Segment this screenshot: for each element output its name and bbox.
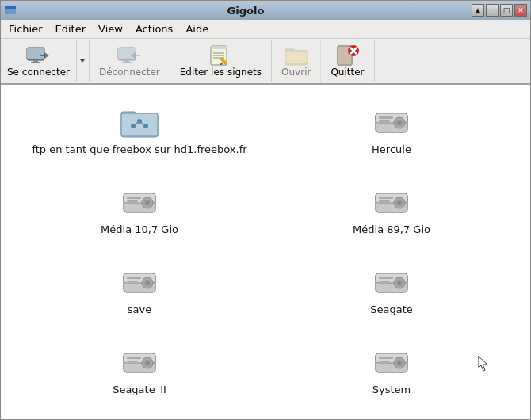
list-item[interactable]: Seagate — [266, 258, 518, 325]
svg-rect-42 — [379, 120, 390, 122]
list-item[interactable]: Seagate_II — [13, 338, 266, 405]
svg-rect-76 — [127, 357, 141, 359]
drive-svg — [372, 107, 411, 139]
list-item[interactable]: save — [13, 258, 266, 325]
svg-rect-49 — [127, 200, 138, 202]
svg-rect-9 — [118, 48, 136, 59]
svg-rect-30 — [121, 113, 158, 136]
drive-svg — [372, 347, 411, 379]
disconnect-label: Déconnecter — [99, 67, 160, 78]
svg-rect-70 — [379, 281, 390, 282]
svg-point-68 — [399, 282, 401, 284]
list-item[interactable]: Média 89,7 Gio — [266, 178, 518, 245]
svg-rect-63 — [127, 281, 138, 282]
svg-point-54 — [399, 202, 401, 204]
item-label: Seagate — [370, 304, 413, 315]
open-icon — [284, 44, 309, 67]
items-grid: ftp en tant que freebox sur hd1.freebox.… — [13, 97, 518, 405]
bookmarks-button[interactable]: Editer les signets — [170, 40, 272, 82]
menubar: Fichier Editer View Actions Aide — [1, 20, 530, 39]
quit-label: Quitter — [330, 67, 364, 78]
maximize-button[interactable]: □ — [500, 4, 513, 17]
svg-point-47 — [147, 202, 149, 204]
menu-actions[interactable]: Actions — [129, 21, 180, 36]
scroll-up-button[interactable]: ▲ — [472, 4, 484, 17]
drive-svg — [372, 187, 411, 219]
svg-rect-55 — [379, 197, 393, 199]
disconnect-icon — [117, 44, 142, 67]
svg-rect-62 — [127, 277, 141, 279]
chevron-down-icon — [78, 57, 86, 65]
svg-rect-84 — [379, 361, 390, 362]
bookmarks-label: Editer les signets — [180, 67, 262, 78]
menu-aide[interactable]: Aide — [179, 21, 215, 36]
drive-svg — [120, 347, 159, 379]
svg-rect-11 — [122, 62, 132, 63]
item-label: save — [128, 304, 151, 315]
svg-rect-48 — [127, 197, 141, 199]
toolbar: Se connecter Déconnecter — [1, 39, 530, 85]
open-button[interactable]: Ouvrir — [272, 40, 321, 82]
svg-marker-7 — [80, 59, 85, 63]
svg-rect-77 — [127, 361, 138, 362]
svg-rect-22 — [285, 51, 308, 63]
close-button[interactable]: ✕ — [514, 4, 527, 17]
drive-svg — [372, 267, 411, 299]
list-item[interactable]: ftp en tant que freebox sur hd1.freebox.… — [13, 97, 266, 165]
items-container: ftp en tant que freebox sur hd1.freebox.… — [1, 85, 530, 418]
drive-icon — [120, 187, 159, 219]
svg-rect-56 — [379, 200, 390, 202]
menu-fichier[interactable]: Fichier — [2, 21, 49, 36]
folder-svg — [120, 107, 159, 139]
disconnect-button[interactable]: Déconnecter — [90, 40, 170, 82]
connect-label: Se connecter — [7, 67, 70, 78]
drive-icon — [372, 187, 411, 219]
content-area: ftp en tant que freebox sur hd1.freebox.… — [1, 85, 530, 419]
drive-svg — [120, 267, 159, 299]
item-label: Média 89,7 Gio — [353, 223, 430, 235]
main-window: Gigolo ▲ ─ □ ✕ Fichier Editer View Actio… — [0, 0, 531, 420]
svg-rect-1 — [5, 6, 16, 9]
svg-rect-83 — [379, 357, 393, 359]
item-label: Hercule — [372, 143, 411, 155]
bookmarks-icon — [208, 44, 233, 67]
drive-icon — [372, 267, 411, 299]
connect-dropdown-arrow[interactable] — [76, 40, 89, 82]
window-controls: ▲ ─ □ ✕ — [472, 4, 527, 17]
drive-icon — [372, 107, 411, 139]
minimize-button[interactable]: ─ — [486, 4, 499, 17]
menu-view[interactable]: View — [92, 21, 129, 36]
connect-main[interactable]: Se connecter — [1, 40, 76, 82]
quit-icon — [334, 44, 360, 67]
folder-icon — [120, 107, 159, 139]
list-item[interactable]: Média 10,7 Gio — [13, 178, 266, 245]
open-label: Ouvrir — [281, 67, 311, 78]
svg-rect-3 — [27, 48, 44, 59]
svg-rect-41 — [379, 116, 393, 119]
window-title: Gigolo — [20, 5, 472, 17]
drive-icon — [120, 267, 159, 299]
menu-editer[interactable]: Editer — [49, 21, 93, 36]
item-label: Seagate_II — [113, 384, 166, 395]
svg-rect-5 — [31, 62, 40, 63]
list-item[interactable]: System — [266, 338, 518, 405]
connect-button[interactable]: Se connecter — [1, 40, 90, 82]
svg-rect-14 — [211, 46, 227, 49]
item-label: System — [372, 384, 411, 395]
connect-icon — [25, 44, 51, 67]
svg-point-82 — [399, 362, 401, 365]
drive-icon — [372, 347, 411, 379]
drive-icon — [120, 347, 159, 379]
svg-point-40 — [399, 122, 401, 124]
titlebar: Gigolo ▲ ─ □ ✕ — [1, 1, 530, 20]
svg-point-75 — [147, 362, 149, 365]
svg-rect-10 — [124, 60, 129, 62]
list-item[interactable]: Hercule — [266, 97, 518, 165]
app-icon — [4, 4, 17, 17]
svg-rect-4 — [33, 60, 38, 62]
svg-point-61 — [147, 282, 149, 284]
quit-button[interactable]: Quitter — [321, 40, 374, 82]
item-label: Média 10,7 Gio — [101, 223, 178, 235]
svg-rect-69 — [379, 277, 393, 279]
item-label: ftp en tant que freebox sur hd1.freebox.… — [32, 143, 246, 155]
